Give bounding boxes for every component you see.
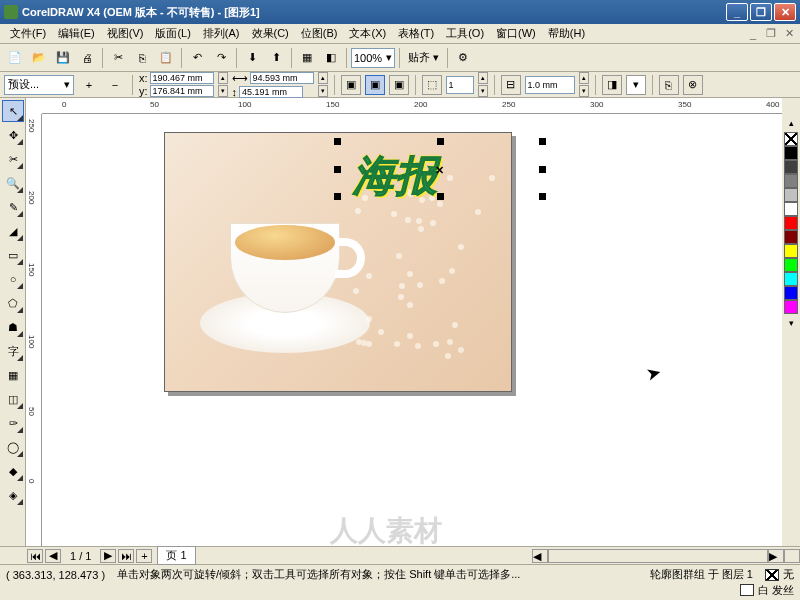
app-launcher-button[interactable]: ▦	[296, 47, 318, 69]
snap-dropdown[interactable]: 贴齐 ▾	[404, 48, 443, 67]
color-swatch[interactable]	[784, 174, 798, 188]
menu-layout[interactable]: 版面(L)	[149, 24, 196, 43]
first-page-button[interactable]: ⏮	[27, 549, 43, 563]
paste-button[interactable]: 📋	[155, 47, 177, 69]
polygon-tool[interactable]: ⬠	[2, 292, 24, 314]
height-input[interactable]	[239, 86, 303, 98]
eyedropper-tool[interactable]: ✑	[2, 412, 24, 434]
smart-fill-tool[interactable]: ◢	[2, 220, 24, 242]
pick-tool[interactable]: ↖	[2, 100, 24, 122]
menu-effects[interactable]: 效果(C)	[246, 24, 295, 43]
palette-scroll-up[interactable]: ▴	[789, 118, 794, 128]
add-preset-button[interactable]: +	[78, 74, 100, 96]
ellipse-tool[interactable]: ○	[2, 268, 24, 290]
outline-tool[interactable]: ◯	[2, 436, 24, 458]
remove-preset-button[interactable]: −	[104, 74, 126, 96]
y-position-input[interactable]	[150, 85, 214, 97]
open-button[interactable]: 📂	[28, 47, 50, 69]
welcome-button[interactable]: ◧	[320, 47, 342, 69]
mdi-close-button[interactable]: ✕	[782, 27, 796, 41]
next-page-button[interactable]: ▶	[100, 549, 116, 563]
contour-center-button[interactable]: ▣	[365, 75, 385, 95]
color-swatch[interactable]	[784, 286, 798, 300]
minimize-button[interactable]: _	[726, 3, 748, 21]
close-button[interactable]: ✕	[774, 3, 796, 21]
steps-input[interactable]	[446, 76, 474, 94]
hscroll-left[interactable]: ◀	[532, 549, 548, 563]
x-position-input[interactable]	[150, 72, 214, 84]
menu-help[interactable]: 帮助(H)	[542, 24, 591, 43]
options-button[interactable]: ⚙	[452, 47, 474, 69]
color-swatch[interactable]	[784, 216, 798, 230]
maximize-button[interactable]: ❐	[750, 3, 772, 21]
undo-button[interactable]: ↶	[186, 47, 208, 69]
color-swatch[interactable]	[784, 300, 798, 314]
color-swatch[interactable]	[784, 272, 798, 286]
fill-indicator-icon[interactable]	[765, 569, 779, 581]
basic-shapes-tool[interactable]: ☗	[2, 316, 24, 338]
menu-tools[interactable]: 工具(O)	[440, 24, 490, 43]
last-page-button[interactable]: ⏭	[118, 549, 134, 563]
outline-indicator-icon[interactable]	[740, 584, 754, 596]
artistic-text-object[interactable]: 海报	[353, 148, 437, 204]
horizontal-ruler[interactable]: 050100150200250300350400	[42, 98, 782, 114]
bitmap-image[interactable]: 海报	[165, 133, 511, 391]
color-swatch[interactable]	[784, 244, 798, 258]
mdi-restore-button[interactable]: ❐	[764, 27, 778, 41]
outline-width-input[interactable]	[525, 76, 575, 94]
import-button[interactable]: ⬇	[241, 47, 263, 69]
color-swatch[interactable]	[784, 188, 798, 202]
menu-bitmaps[interactable]: 位图(B)	[295, 24, 344, 43]
shape-tool[interactable]: ✥	[2, 124, 24, 146]
canvas-area[interactable]: 050100150200250300350400 250200150100500…	[26, 98, 782, 546]
rectangle-tool[interactable]: ▭	[2, 244, 24, 266]
fill-color-button[interactable]: ▾	[626, 75, 646, 95]
hscroll-right[interactable]: ▶	[768, 549, 784, 563]
add-page-button[interactable]: +	[136, 549, 152, 563]
interactive-fill-tool[interactable]: ◈	[2, 484, 24, 506]
copy-properties-button[interactable]: ⎘	[659, 75, 679, 95]
table-tool[interactable]: ▦	[2, 364, 24, 386]
cut-button[interactable]: ✂	[107, 47, 129, 69]
interactive-tool[interactable]: ◫	[2, 388, 24, 410]
width-input[interactable]	[250, 72, 314, 84]
mdi-minimize-button[interactable]: _	[746, 27, 760, 41]
print-button[interactable]: 🖨	[76, 47, 98, 69]
prev-page-button[interactable]: ◀	[45, 549, 61, 563]
page-canvas[interactable]: 海报	[164, 132, 512, 392]
fill-tool[interactable]: ◆	[2, 460, 24, 482]
menu-edit[interactable]: 编辑(E)	[52, 24, 101, 43]
copy-button[interactable]: ⎘	[131, 47, 153, 69]
new-button[interactable]: 📄	[4, 47, 26, 69]
menu-view[interactable]: 视图(V)	[101, 24, 150, 43]
menu-arrange[interactable]: 排列(A)	[197, 24, 246, 43]
no-color-swatch[interactable]	[784, 132, 798, 146]
color-swatch[interactable]	[784, 202, 798, 216]
color-swatch[interactable]	[784, 258, 798, 272]
redo-button[interactable]: ↷	[210, 47, 232, 69]
vertical-ruler[interactable]: 250200150100500	[26, 114, 42, 546]
text-tool[interactable]: 字	[2, 340, 24, 362]
palette-scroll-down[interactable]: ▾	[789, 318, 794, 328]
export-button[interactable]: ⬆	[265, 47, 287, 69]
color-swatch[interactable]	[784, 146, 798, 160]
color-swatch[interactable]	[784, 230, 798, 244]
zoom-tool[interactable]: 🔍	[2, 172, 24, 194]
workspace[interactable]: 海报 ✕ ➤	[42, 114, 782, 546]
freehand-tool[interactable]: ✎	[2, 196, 24, 218]
color-swatch[interactable]	[784, 160, 798, 174]
contour-inside-button[interactable]: ▣	[341, 75, 361, 95]
contour-outside-button[interactable]: ▣	[389, 75, 409, 95]
menu-table[interactable]: 表格(T)	[392, 24, 440, 43]
page-tab[interactable]: 页 1	[157, 546, 195, 565]
zoom-level-select[interactable]: 100%▾	[351, 48, 395, 68]
crop-tool[interactable]: ✂	[2, 148, 24, 170]
preset-select[interactable]: 预设...▾	[4, 75, 74, 95]
contour-color-button[interactable]: ◨	[602, 75, 622, 95]
save-button[interactable]: 💾	[52, 47, 74, 69]
menu-window[interactable]: 窗口(W)	[490, 24, 542, 43]
clear-contour-button[interactable]: ⊗	[683, 75, 703, 95]
menu-text[interactable]: 文本(X)	[343, 24, 392, 43]
menu-file[interactable]: 文件(F)	[4, 24, 52, 43]
hscroll-track[interactable]	[548, 549, 768, 563]
